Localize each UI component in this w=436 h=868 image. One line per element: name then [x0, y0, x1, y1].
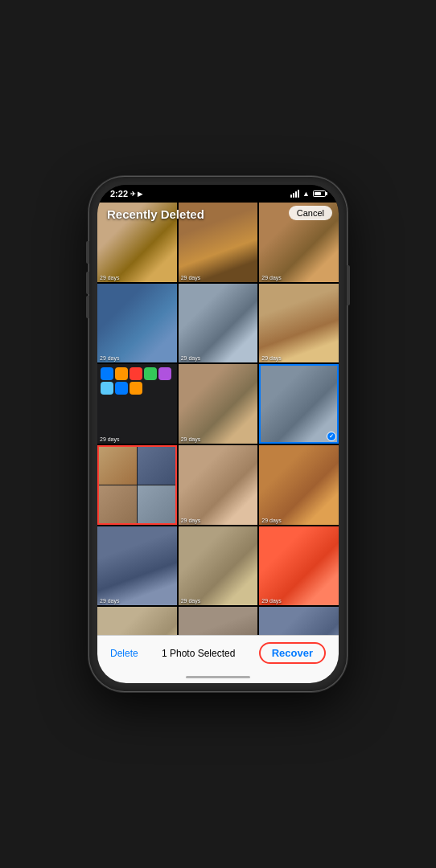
wifi-icon: ▲ [302, 190, 310, 198]
days-label: 29 days [181, 598, 201, 604]
days-label: 29 days [181, 518, 201, 523]
photo-cell[interactable]: 29 days [179, 607, 258, 635]
cancel-button[interactable]: Cancel [289, 206, 332, 220]
photo-cell[interactable]: 29 days [259, 445, 339, 525]
days-label: 29 days [100, 598, 120, 604]
delete-button[interactable]: Delete [110, 648, 138, 659]
photo-cell[interactable]: 29 days [97, 284, 177, 363]
time-display: 2:22 [110, 189, 128, 199]
status-icons: ▲ [290, 190, 326, 198]
photo-cell[interactable]: 29 days [179, 364, 258, 444]
phone-screen: 2:22 ✈ ▶ ▲ Recently Deleted Cancel [97, 185, 339, 683]
select-checkmark [327, 432, 336, 441]
days-label: 29 days [100, 275, 120, 280]
days-label: 29 days [100, 355, 120, 361]
photo-cell[interactable]: 29 days [97, 364, 177, 444]
home-bar [186, 676, 250, 678]
status-time: 2:22 ✈ ▶ [110, 189, 142, 199]
photo-cell[interactable]: 29 days [259, 607, 339, 635]
days-label: 29 days [261, 518, 282, 523]
days-label: 29 days [181, 355, 201, 361]
days-label: 29 days [181, 275, 201, 280]
signal-icon [290, 190, 299, 198]
photo-grid: 29 days 29 days 29 days 29 days 29 days … [97, 203, 339, 635]
days-label: 29 days [181, 436, 201, 442]
days-label: 29 days [261, 598, 282, 604]
battery-icon [313, 190, 326, 197]
days-label: 29 days [261, 355, 282, 361]
album-title: Recently Deleted [107, 207, 204, 221]
phone-frame: 2:22 ✈ ▶ ▲ Recently Deleted Cancel [89, 177, 347, 691]
photo-cell[interactable]: 29 days [97, 607, 177, 635]
status-bar: 2:22 ✈ ▶ ▲ [97, 185, 339, 203]
selected-count-label: 1 Photo Selected [162, 648, 235, 659]
days-label: 29 days [261, 275, 282, 280]
days-label: 29 days [100, 436, 120, 442]
photo-cell[interactable]: 29 days [179, 284, 258, 363]
photo-cell[interactable]: 29 days [179, 445, 258, 525]
bottom-action-bar: Delete 1 Photo Selected Recover [97, 635, 339, 670]
location-icon: ✈ ▶ [130, 190, 142, 198]
photo-cell[interactable]: 29 days [259, 284, 339, 363]
photo-cell[interactable] [259, 364, 339, 444]
photo-cell[interactable]: 29 days [259, 526, 339, 606]
photo-area: Recently Deleted Cancel 29 days 29 days … [97, 203, 339, 635]
photo-cell-albums[interactable] [97, 445, 177, 525]
photo-cell[interactable]: 29 days [179, 526, 258, 606]
photo-cell[interactable]: 29 days [97, 526, 177, 606]
recover-button[interactable]: Recover [259, 642, 326, 664]
home-indicator [97, 670, 339, 683]
